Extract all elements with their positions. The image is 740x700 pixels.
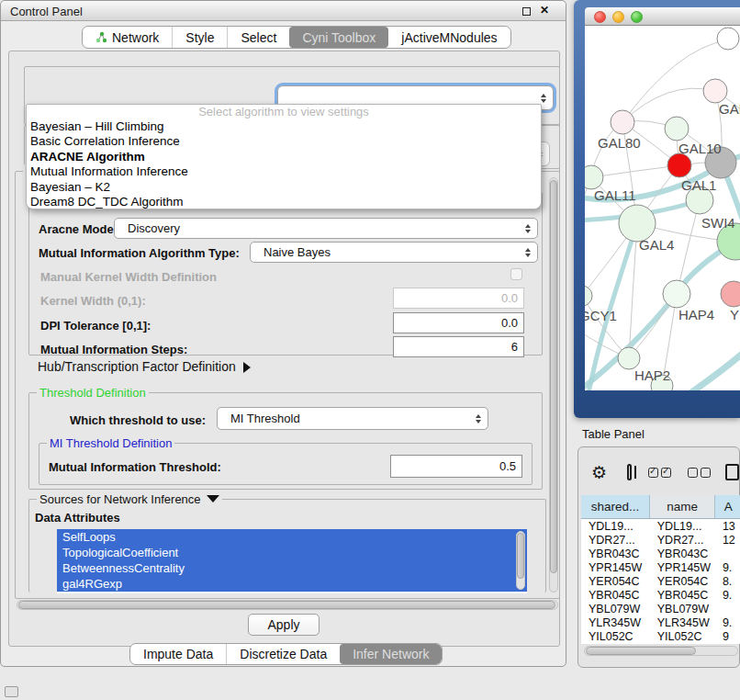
hub-tf-definition-toggle[interactable]: Hub/Transcription Factor Definition: [38, 359, 251, 374]
popup-item-aracne[interactable]: ARACNE Algorithm: [27, 150, 541, 164]
hub-tf-definition-label: Hub/Transcription Factor Definition: [38, 359, 236, 374]
node-gal1-red[interactable]: [667, 153, 691, 177]
aracne-mode-combo[interactable]: Discovery: [114, 218, 538, 239]
tab-network[interactable]: Network: [83, 27, 172, 48]
cell-value: 12: [715, 534, 740, 547]
node-gal-partial[interactable]: [703, 79, 727, 103]
settings-vertical-scrollbar[interactable]: [549, 177, 558, 593]
scrollbar-thumb[interactable]: [586, 647, 696, 655]
tab-style[interactable]: Style: [172, 27, 227, 48]
tab-jactivemnodules[interactable]: jActiveMNodules: [388, 27, 510, 48]
cyni-toolbox-panel: gal-filtered sif default node Select alg…: [8, 51, 560, 647]
table-row[interactable]: YBR043CYBR043C: [581, 547, 740, 560]
list-item-selfloops[interactable]: SelfLoops: [57, 529, 527, 545]
gear-icon[interactable]: ⚙: [591, 462, 607, 483]
tab-impute-data[interactable]: Impute Data: [130, 644, 226, 664]
node-hap2[interactable]: [618, 347, 640, 369]
table-row[interactable]: YIL052CYIL052C9: [581, 629, 740, 643]
list-item-gal4rgexp[interactable]: gal4RGexp: [57, 576, 527, 592]
collapsed-arrow-icon: [243, 362, 251, 373]
table-row[interactable]: YER054CYER054C8.: [581, 574, 740, 588]
scrollbar-thumb[interactable]: [517, 533, 524, 579]
popup-item-mutual-information[interactable]: Mutual Information Inference: [27, 164, 541, 179]
scrollbar-thumb[interactable]: [550, 180, 557, 573]
cell-shared: YBR045C: [581, 589, 650, 602]
table-row[interactable]: YPR145WYPR145W9.: [581, 560, 740, 574]
settings-horizontal-scrollbar[interactable]: [17, 600, 558, 610]
cell-shared: YLR345W: [581, 616, 650, 629]
network-window-titlebar[interactable]: [585, 7, 740, 26]
scrollbar-thumb[interactable]: [18, 601, 555, 609]
screen: Control Panel ✕ Network Style Select Cyn…: [0, 0, 740, 700]
attributes-vertical-scrollbar[interactable]: [516, 531, 525, 590]
node-label: GAL10: [678, 141, 722, 156]
popup-item-bayesian-k2[interactable]: Bayesian – K2: [27, 180, 541, 195]
cyni-algorithm-settings-group: Cyni Algorithm Settings Algorithm Defini…: [15, 171, 560, 599]
column-header-partial[interactable]: A: [715, 495, 740, 518]
tab-label: Select: [241, 30, 276, 45]
node-gcy1[interactable]: [585, 286, 592, 306]
node-hap4[interactable]: [663, 280, 690, 308]
bottom-tabbar: Impute Data Discretize Data Infer Networ…: [129, 643, 443, 665]
network-view-window[interactable]: GAL GAL80 GAL10 GAL1 GAL11 SWI4 GAL4 GCY…: [574, 0, 740, 418]
kernel-width-field[interactable]: 0.0: [393, 288, 524, 309]
tab-select[interactable]: Select: [227, 27, 289, 48]
popup-item-basic-correlation[interactable]: Basic Correlation Inference: [27, 134, 541, 149]
apply-button[interactable]: Apply: [248, 614, 320, 636]
minimize-traffic-light-icon[interactable]: [612, 11, 624, 23]
list-item-betweennesscentrality[interactable]: BetweennessCentrality: [57, 560, 527, 576]
node-gal4[interactable]: [619, 205, 656, 242]
control-panel-tabbar: Network Style Select Cyni Toolbox jActiv…: [82, 26, 511, 49]
node-partial-top[interactable]: [717, 28, 739, 50]
cell-name: YIL052C: [650, 630, 715, 643]
manual-kernel-checkbox[interactable]: [510, 268, 522, 280]
table-row[interactable]: YBR045CYBR045C9.: [581, 588, 740, 602]
column-header-shared-name[interactable]: shared...: [581, 495, 650, 518]
tab-discretize-data[interactable]: Discretize Data: [226, 644, 340, 664]
zoom-traffic-light-icon[interactable]: [631, 11, 643, 23]
sources-group-title[interactable]: Sources for Network Inference: [37, 492, 222, 506]
data-attributes-list[interactable]: SelfLoops TopologicalCoefficient Between…: [57, 529, 527, 593]
mi-type-combo[interactable]: Naive Bayes: [250, 242, 538, 263]
split-columns-icon[interactable]: [627, 464, 632, 480]
node-label: GCY1: [585, 308, 617, 323]
popup-item-dream8[interactable]: Dream8 DC_TDC Algorithm: [27, 195, 541, 209]
tab-infer-network[interactable]: Infer Network: [340, 644, 442, 664]
node-gal10[interactable]: [665, 117, 689, 141]
cell-name: YER054C: [650, 575, 715, 588]
node-table[interactable]: shared... name A YDL19...YDL19...13 YDR2…: [581, 495, 740, 644]
network-canvas[interactable]: GAL GAL80 GAL10 GAL1 GAL11 SWI4 GAL4 GCY…: [585, 26, 740, 390]
tab-cyni-toolbox[interactable]: Cyni Toolbox: [289, 27, 388, 48]
unselect-all-columns-button[interactable]: [688, 468, 711, 478]
threshold-definition-title: Threshold Definition: [37, 386, 149, 400]
table-horizontal-scrollbar[interactable]: [584, 646, 738, 656]
list-item-topologicalcoefficient[interactable]: TopologicalCoefficient: [57, 545, 527, 560]
node-y-partial[interactable]: [721, 281, 740, 307]
edge: [591, 165, 679, 177]
close-traffic-light-icon[interactable]: [594, 11, 606, 23]
table-row[interactable]: YDR27...YDR27...12: [581, 533, 740, 547]
table-row[interactable]: YDL19...YDL19...13: [581, 519, 740, 533]
node-gal11[interactable]: [585, 165, 603, 189]
column-header-name[interactable]: name: [650, 495, 715, 518]
close-icon[interactable]: ✕: [540, 4, 549, 17]
node-label: HAP2: [634, 367, 670, 383]
mi-steps-field[interactable]: 6: [393, 336, 524, 357]
cell-name: YPR145W: [650, 561, 715, 574]
dock-panel-icon[interactable]: [5, 686, 18, 697]
float-window-icon[interactable]: [522, 7, 531, 16]
table-row[interactable]: YBL079WYBL079W: [581, 602, 740, 615]
control-panel-titlebar[interactable]: Control Panel ✕: [1, 1, 566, 21]
mi-threshold-field[interactable]: 0.5: [390, 455, 522, 478]
node-gal80[interactable]: [611, 110, 634, 134]
dpi-tolerance-field[interactable]: 0.0: [393, 312, 524, 333]
combo-arrows-icon: [541, 94, 546, 103]
which-threshold-combo[interactable]: MI Threshold: [217, 407, 488, 430]
popup-item-bayesian-hill-climbing[interactable]: Bayesian – Hill Climbing: [27, 119, 541, 134]
unchecked-box-icon: [688, 468, 698, 478]
network-icon: [95, 31, 107, 43]
table-panel-title: Table Panel: [582, 427, 645, 441]
table-row[interactable]: YLR345WYLR345W9.: [581, 615, 740, 629]
select-all-columns-button[interactable]: [648, 468, 671, 478]
new-table-icon[interactable]: [725, 464, 739, 480]
